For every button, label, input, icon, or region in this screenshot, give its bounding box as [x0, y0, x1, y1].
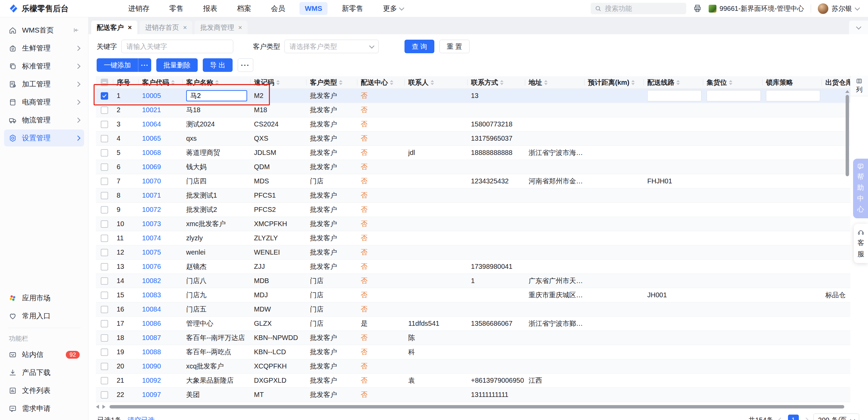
row-checkbox[interactable] — [101, 320, 108, 327]
tab-配送客户[interactable]: 配送客户× — [91, 21, 137, 34]
sort-icon[interactable] — [390, 80, 393, 85]
row-checkbox[interactable] — [101, 135, 108, 142]
sort-icon[interactable] — [276, 80, 280, 85]
table-row[interactable]: 1010073xmc批发客户XMCPFKH批发客户否 — [96, 217, 850, 231]
customer-code-link[interactable]: 10075 — [142, 248, 161, 256]
customer-code-link[interactable]: 10070 — [142, 177, 161, 185]
sort-icon[interactable] — [544, 80, 548, 85]
prev-page-button[interactable] — [778, 417, 783, 420]
scroll-up-icon[interactable] — [845, 90, 849, 93]
row-checkbox[interactable] — [101, 334, 108, 342]
column-header-客户类型[interactable]: 客户类型 — [306, 76, 357, 88]
table-row[interactable]: 2210097美团MT批发客户否13111111111 — [96, 388, 850, 402]
cell-name[interactable] — [182, 90, 250, 101]
customer-code-link[interactable]: 10072 — [142, 206, 161, 213]
cell-code[interactable]: 10064 — [138, 120, 182, 128]
cell-cb[interactable] — [96, 391, 113, 399]
sort-icon[interactable] — [631, 80, 635, 85]
cell-cb[interactable] — [96, 220, 113, 228]
table-row[interactable]: 910072批发测试2PFCS2批发客户否 — [96, 203, 850, 217]
row-checkbox[interactable] — [101, 348, 108, 356]
column-header-速记码[interactable]: 速记码 — [250, 76, 306, 88]
nav-item-零售[interactable]: 零售 — [164, 1, 189, 16]
org-switcher[interactable]: 99661-新界面环境-管理中心 — [709, 4, 804, 13]
vertical-scrollbar[interactable] — [845, 90, 850, 389]
column-header-客户代码[interactable]: 客户代码 — [138, 76, 182, 88]
cell-bin[interactable] — [703, 90, 762, 101]
sidebar-item-生鲜管理[interactable]: 生鲜管理 — [4, 40, 84, 57]
cell-cb[interactable] — [96, 334, 113, 342]
customer-code-link[interactable]: 10071 — [142, 192, 161, 199]
customer-code-link[interactable]: 10064 — [142, 120, 161, 128]
table-row[interactable]: 610069钱大妈QDM批发客户否 — [96, 160, 850, 174]
row-checkbox[interactable] — [101, 220, 108, 228]
sidebar-item-常用入口[interactable]: 常用入口 — [4, 307, 84, 324]
more-actions-button[interactable]: ··· — [238, 58, 253, 72]
lock-edit-input[interactable] — [766, 90, 820, 101]
collapse-sidebar-icon[interactable] — [72, 26, 80, 34]
cell-cb[interactable] — [96, 106, 113, 114]
tab-list-button[interactable] — [849, 21, 868, 34]
sort-icon[interactable] — [171, 80, 175, 85]
global-search-input[interactable]: 搜索功能 — [591, 3, 686, 14]
quick-add-more-button[interactable]: ··· — [138, 58, 151, 72]
row-checkbox[interactable] — [101, 121, 108, 128]
cell-code[interactable]: 10065 — [138, 135, 182, 142]
app-logo[interactable]: 乐檬零售后台 — [9, 3, 68, 14]
cell-cb[interactable] — [96, 277, 113, 285]
select-all-checkbox-header[interactable] — [96, 76, 113, 88]
table-row[interactable]: 1810087客百年--南坪万达店KBN--NPWDD批发客户否陈 — [96, 331, 850, 345]
keyword-input[interactable] — [121, 40, 233, 53]
sidebar-item-标准管理[interactable]: 标准管理 — [4, 58, 84, 75]
batch-delete-button[interactable]: 批量删除 — [156, 58, 198, 72]
user-menu[interactable]: 苏尔银 — [818, 3, 859, 14]
table-row[interactable]: 210021马18M18批发客户否 — [96, 103, 850, 117]
customer-code-link[interactable]: 10087 — [142, 334, 161, 341]
cell-cb[interactable] — [96, 235, 113, 242]
table-row[interactable]: 1410082门店八MDB门店否1广东省广州市天… — [96, 274, 850, 288]
close-icon[interactable]: × — [183, 24, 187, 32]
table-row[interactable]: 810071批发测试1PFCS1批发客户否 — [96, 188, 850, 203]
sort-icon[interactable] — [431, 80, 434, 85]
cell-code[interactable]: 10083 — [138, 291, 182, 299]
row-checkbox[interactable] — [101, 263, 108, 271]
cell-cb[interactable] — [96, 377, 113, 384]
quick-add-button[interactable]: 一键添加 — [97, 58, 138, 72]
cell-cb[interactable] — [96, 192, 113, 199]
cell-code[interactable]: 10071 — [138, 192, 182, 199]
sort-icon[interactable] — [729, 80, 732, 85]
customer-code-link[interactable]: 10076 — [142, 263, 161, 270]
row-checkbox[interactable] — [101, 391, 108, 399]
search-button[interactable]: 查 询 — [405, 40, 434, 53]
customer-code-link[interactable]: 10073 — [142, 220, 161, 227]
table-row[interactable]: 1310076赵镜杰ZJJ批发客户否17398980041 — [96, 260, 850, 274]
table-row[interactable]: 1110074zlyzlyZLYZLY批发客户否 — [96, 231, 850, 245]
bin-edit-input[interactable] — [707, 90, 761, 101]
cell-code[interactable]: 10076 — [138, 263, 182, 271]
export-button[interactable]: 导 出 — [203, 58, 233, 72]
sidebar-item-设置管理[interactable]: 设置管理 — [4, 129, 84, 146]
row-checkbox[interactable] — [101, 377, 108, 384]
row-checkbox[interactable] — [101, 206, 108, 214]
cell-cb[interactable] — [96, 178, 113, 185]
customer-code-link[interactable]: 10097 — [142, 391, 161, 398]
cell-cb[interactable] — [96, 320, 113, 327]
column-header-地址[interactable]: 地址 — [525, 76, 584, 88]
customer-name-edit-input[interactable] — [186, 90, 247, 101]
column-settings-button[interactable]: 列 — [850, 76, 868, 96]
cell-code[interactable]: 10075 — [138, 248, 182, 256]
column-header-预计距离(km)[interactable]: 预计距离(km) — [584, 76, 644, 88]
page-size-select[interactable]: 200 条/页 — [813, 414, 859, 420]
column-header-客户名称[interactable]: 客户名称 — [182, 76, 250, 88]
customer-code-link[interactable]: 10088 — [142, 348, 161, 356]
sort-icon[interactable] — [339, 80, 342, 85]
cell-code[interactable]: 10074 — [138, 234, 182, 242]
sidebar-item-物流管理[interactable]: 物流管理 — [4, 112, 84, 128]
customer-code-link[interactable]: 10069 — [142, 163, 161, 171]
cell-code[interactable]: 10082 — [138, 277, 182, 285]
sidebar-item-应用市场[interactable]: 应用市场 — [4, 289, 84, 306]
row-checkbox[interactable] — [101, 292, 108, 299]
cell-cb[interactable] — [96, 121, 113, 128]
row-checkbox[interactable] — [101, 363, 108, 370]
table-row[interactable]: 1610084门店五MDW门店否 — [96, 302, 850, 317]
